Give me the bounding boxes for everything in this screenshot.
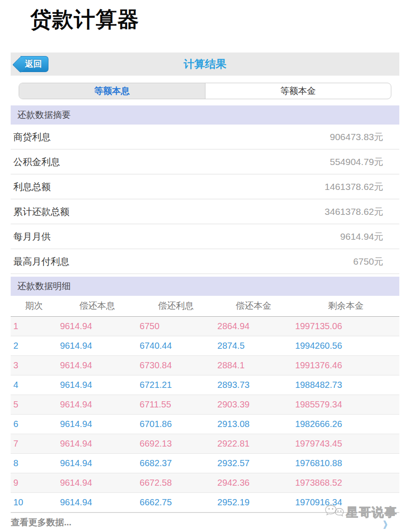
- summary-row: 累计还款总额3461378.62元: [11, 199, 399, 224]
- column-header: 偿还本金: [215, 296, 293, 316]
- table-cell: 9: [11, 473, 57, 492]
- table-cell: 1997135.06: [293, 316, 399, 336]
- column-header: 剩余本金: [293, 296, 399, 316]
- table-cell: 10: [11, 492, 57, 512]
- table-cell: 6: [11, 414, 57, 434]
- load-more-row[interactable]: 查看更多数据... ›: [11, 512, 399, 532]
- summary-section-header: 还款数据摘要: [11, 105, 399, 125]
- table-cell: 6711.55: [137, 395, 215, 414]
- detail-section-header: 还款数据明细: [11, 277, 399, 296]
- table-cell: 8: [11, 453, 57, 473]
- table-cell: 1970916.34: [293, 492, 399, 512]
- table-cell: 2874.5: [215, 336, 293, 355]
- detail-table-header-row: 期次偿还本息偿还利息偿还本金剩余本金: [11, 296, 399, 316]
- summary-label: 公积金利息: [13, 156, 60, 168]
- summary-value: 554904.79元: [330, 156, 383, 168]
- table-cell: 1982666.26: [293, 414, 399, 434]
- table-cell: 2952.19: [215, 492, 293, 512]
- table-cell: 2864.94: [215, 316, 293, 336]
- table-cell: 6740.44: [137, 336, 215, 355]
- table-row: 19614.9467502864.941997135.06: [11, 316, 399, 336]
- tab-equal-installment[interactable]: 等额本息: [19, 83, 205, 99]
- table-cell: 2893.73: [215, 375, 293, 395]
- table-cell: 9614.94: [57, 375, 137, 395]
- summary-label: 累计还款总额: [13, 206, 69, 218]
- table-cell: 6701.86: [137, 414, 215, 434]
- table-cell: 1973868.52: [293, 473, 399, 492]
- table-cell: 9614.94: [57, 355, 137, 375]
- table-cell: 7: [11, 434, 57, 453]
- table-cell: 9614.94: [57, 473, 137, 492]
- tab-bar: 等额本息等额本金: [19, 83, 391, 99]
- table-cell: 1991376.46: [293, 355, 399, 375]
- table-cell: 6730.84: [137, 355, 215, 375]
- detail-table-head: 期次偿还本息偿还利息偿还本金剩余本金: [11, 296, 399, 316]
- detail-table-body: 19614.9467502864.941997135.0629614.94674…: [11, 316, 399, 512]
- table-row: 109614.946662.752952.191970916.34: [11, 492, 399, 512]
- main-container: 返回 计算结果 等额本息等额本金 还款数据摘要 商贷利息906473.83元公积…: [0, 52, 410, 532]
- table-row: 89614.946682.372932.571976810.88: [11, 453, 399, 473]
- table-cell: 1985579.34: [293, 395, 399, 414]
- table-row: 29614.946740.442874.51994260.56: [11, 336, 399, 355]
- table-cell: 2913.08: [215, 414, 293, 434]
- table-cell: 2922.81: [215, 434, 293, 453]
- chevron-right-icon: ›: [383, 516, 388, 529]
- table-row: 99614.946672.582942.361973868.52: [11, 473, 399, 492]
- summary-row: 利息总额1461378.62元: [11, 174, 399, 199]
- header-bar: 返回 计算结果: [11, 52, 399, 76]
- table-cell: 6750: [137, 316, 215, 336]
- summary-row: 商贷利息906473.83元: [11, 125, 399, 149]
- table-cell: 9614.94: [57, 336, 137, 355]
- table-cell: 9614.94: [57, 395, 137, 414]
- summary-value: 906473.83元: [330, 131, 383, 143]
- summary-row: 每月月供9614.94元: [11, 224, 399, 249]
- table-cell: 6721.21: [137, 375, 215, 395]
- table-row: 39614.946730.842884.11991376.46: [11, 355, 399, 375]
- header-title: 计算结果: [11, 57, 399, 71]
- table-cell: 9614.94: [57, 434, 137, 453]
- table-cell: 1988482.73: [293, 375, 399, 395]
- table-cell: 6682.37: [137, 453, 215, 473]
- table-cell: 5: [11, 395, 57, 414]
- summary-value: 9614.94元: [340, 230, 383, 243]
- table-row: 49614.946721.212893.731988482.73: [11, 375, 399, 395]
- table-cell: 9614.94: [57, 492, 137, 512]
- table-cell: 2942.36: [215, 473, 293, 492]
- table-cell: 1994260.56: [293, 336, 399, 355]
- summary-label: 每月月供: [13, 230, 51, 243]
- table-cell: 2932.57: [215, 453, 293, 473]
- summary-value: 3461378.62元: [325, 206, 383, 218]
- column-header: 期次: [11, 296, 57, 316]
- page-title: 贷款计算器: [30, 5, 410, 33]
- load-more-label: 查看更多数据...: [11, 516, 72, 528]
- table-cell: 4: [11, 375, 57, 395]
- summary-list: 商贷利息906473.83元公积金利息554904.79元利息总额1461378…: [11, 125, 399, 274]
- summary-row: 最高月付利息6750元: [11, 249, 399, 274]
- summary-label: 最高月付利息: [13, 255, 69, 268]
- table-cell: 1976810.88: [293, 453, 399, 473]
- tab-equal-principal[interactable]: 等额本金: [205, 83, 391, 99]
- table-cell: 9614.94: [57, 414, 137, 434]
- summary-label: 利息总额: [13, 181, 51, 193]
- table-cell: 9614.94: [57, 453, 137, 473]
- table-row: 59614.946711.552903.391985579.34: [11, 395, 399, 414]
- table-cell: 2884.1: [215, 355, 293, 375]
- table-cell: 1979743.45: [293, 434, 399, 453]
- repayment-detail-table: 期次偿还本息偿还利息偿还本金剩余本金 19614.9467502864.9419…: [11, 296, 399, 512]
- back-button-label: 返回: [25, 59, 42, 69]
- summary-value: 6750元: [353, 255, 383, 268]
- summary-row: 公积金利息554904.79元: [11, 149, 399, 174]
- table-cell: 6692.13: [137, 434, 215, 453]
- table-cell: 2903.39: [215, 395, 293, 414]
- table-cell: 2: [11, 336, 57, 355]
- summary-value: 1461378.62元: [325, 181, 383, 193]
- table-cell: 1: [11, 316, 57, 336]
- table-row: 79614.946692.132922.811979743.45: [11, 434, 399, 453]
- table-cell: 6662.75: [137, 492, 215, 512]
- table-cell: 9614.94: [57, 316, 137, 336]
- column-header: 偿还利息: [137, 296, 215, 316]
- table-cell: 3: [11, 355, 57, 375]
- summary-label: 商贷利息: [13, 131, 51, 143]
- table-row: 69614.946701.862913.081982666.26: [11, 414, 399, 434]
- table-cell: 6672.58: [137, 473, 215, 492]
